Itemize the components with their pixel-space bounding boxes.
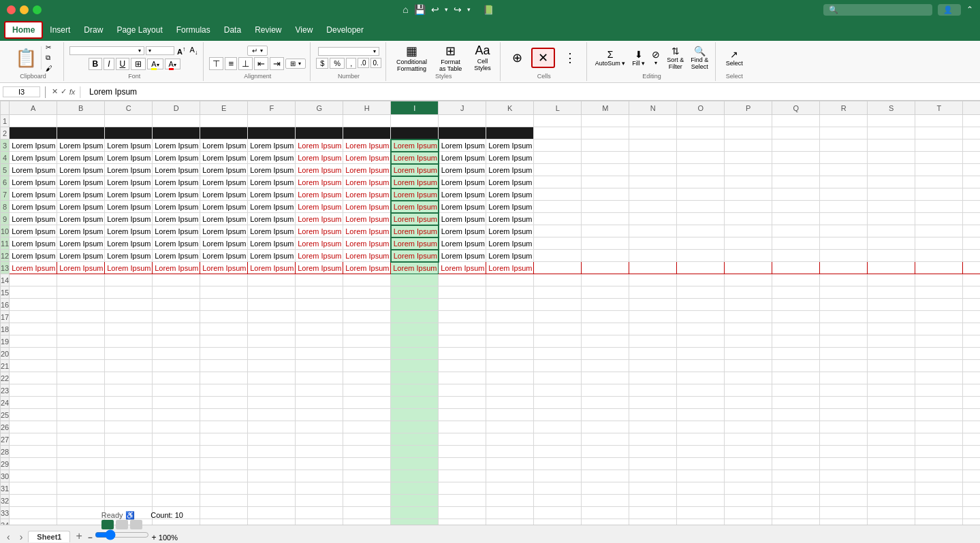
cell-H27[interactable]	[343, 433, 391, 446]
cell-C15[interactable]	[105, 286, 153, 299]
cell-F19[interactable]	[248, 335, 296, 348]
cell-K24[interactable]	[486, 397, 534, 409]
cell-U13[interactable]	[963, 262, 980, 274]
cell-J19[interactable]	[439, 335, 486, 348]
cell-H31[interactable]	[343, 482, 391, 495]
minimize-button[interactable]	[20, 5, 29, 14]
cell-B13[interactable]: Lorem Ipsum	[57, 262, 105, 274]
cell-K30[interactable]	[486, 470, 534, 482]
cell-M8[interactable]	[582, 201, 629, 213]
cell-S30[interactable]	[868, 470, 915, 482]
cell-Q19[interactable]	[772, 335, 820, 348]
cell-F4[interactable]: Lorem Ipsum	[248, 152, 296, 164]
cell-E22[interactable]	[200, 372, 248, 384]
cell-C17[interactable]	[105, 311, 153, 323]
cell-S32[interactable]	[868, 495, 915, 507]
row-header-14[interactable]: 14	[1, 274, 10, 286]
col-header-U[interactable]: U	[963, 101, 980, 115]
cell-N13[interactable]	[629, 262, 677, 274]
cell-Q11[interactable]	[772, 237, 820, 250]
cell-P14[interactable]	[725, 274, 772, 286]
col-header-N[interactable]: N	[629, 101, 677, 115]
cell-Q3[interactable]	[772, 139, 820, 152]
col-header-P[interactable]: P	[725, 101, 772, 115]
cell-H26[interactable]	[343, 421, 391, 433]
cell-U22[interactable]	[963, 372, 980, 384]
col-header-O[interactable]: O	[677, 101, 725, 115]
formula-confirm-button[interactable]: ✓	[61, 87, 67, 96]
indent-decrease-button[interactable]: ⇤	[254, 57, 268, 70]
cell-F10[interactable]: Lorem Ipsum	[248, 225, 296, 237]
scroll-left-tab-button[interactable]: ‹	[3, 531, 14, 542]
cell-P19[interactable]	[725, 335, 772, 348]
col-header-D[interactable]: D	[153, 101, 200, 115]
cell-M7[interactable]	[582, 188, 629, 201]
cell-Q6[interactable]	[772, 176, 820, 188]
cell-P16[interactable]	[725, 299, 772, 311]
cell-O2[interactable]	[677, 127, 725, 139]
cell-T2[interactable]	[915, 127, 963, 139]
cell-N19[interactable]	[629, 335, 677, 348]
cell-J9[interactable]: Lorem Ipsum	[439, 213, 486, 225]
cell-G7[interactable]: Lorem Ipsum	[296, 188, 343, 201]
cell-U24[interactable]	[963, 397, 980, 409]
cell-C7[interactable]: Lorem Ipsum	[105, 188, 153, 201]
border-button[interactable]: ⊞	[131, 58, 146, 70]
cell-H11[interactable]: Lorem Ipsum	[343, 237, 391, 250]
cell-O30[interactable]	[677, 470, 725, 482]
cell-L21[interactable]	[534, 360, 582, 372]
cell-S8[interactable]	[868, 201, 915, 213]
cell-D26[interactable]	[153, 421, 200, 433]
cell-E21[interactable]	[200, 360, 248, 372]
cell-I16[interactable]	[391, 299, 439, 311]
cell-M23[interactable]	[582, 384, 629, 397]
cell-G10[interactable]: Lorem Ipsum	[296, 225, 343, 237]
cell-U4[interactable]	[963, 152, 980, 164]
cell-N7[interactable]	[629, 188, 677, 201]
cell-S31[interactable]	[868, 482, 915, 495]
col-header-E[interactable]: E	[200, 101, 248, 115]
cell-Q4[interactable]	[772, 152, 820, 164]
cell-E3[interactable]: Lorem Ipsum	[200, 139, 248, 152]
cell-K3[interactable]: Lorem Ipsum	[486, 139, 534, 152]
cell-P26[interactable]	[725, 421, 772, 433]
cell-M28[interactable]	[582, 446, 629, 458]
cell-E2[interactable]	[200, 127, 248, 139]
cell-N2[interactable]	[629, 127, 677, 139]
cell-R21[interactable]	[820, 360, 868, 372]
cell-N5[interactable]	[629, 164, 677, 176]
comma-button[interactable]: ,	[346, 58, 356, 69]
cell-R28[interactable]	[820, 446, 868, 458]
cell-L4[interactable]	[534, 152, 582, 164]
cell-O6[interactable]	[677, 176, 725, 188]
cell-N10[interactable]	[629, 225, 677, 237]
cell-B3[interactable]: Lorem Ipsum	[57, 139, 105, 152]
cell-C1[interactable]	[105, 115, 153, 127]
cell-Q18[interactable]	[772, 323, 820, 335]
page-break-button[interactable]	[130, 520, 142, 529]
cell-P8[interactable]	[725, 201, 772, 213]
cell-T9[interactable]	[915, 213, 963, 225]
cell-P5[interactable]	[725, 164, 772, 176]
cell-O12[interactable]	[677, 250, 725, 262]
cell-M16[interactable]	[582, 299, 629, 311]
cell-H24[interactable]	[343, 397, 391, 409]
cell-T23[interactable]	[915, 384, 963, 397]
cell-B19[interactable]	[57, 335, 105, 348]
cell-M18[interactable]	[582, 323, 629, 335]
cell-G31[interactable]	[296, 482, 343, 495]
cell-B25[interactable]	[57, 409, 105, 421]
cell-G15[interactable]	[296, 286, 343, 299]
cell-I21[interactable]	[391, 360, 439, 372]
cell-A11[interactable]: Lorem Ipsum	[10, 237, 57, 250]
row-header-16[interactable]: 16	[1, 299, 10, 311]
nav-developer[interactable]: Developer	[319, 22, 370, 37]
cell-H15[interactable]	[343, 286, 391, 299]
cell-D9[interactable]: Lorem Ipsum	[153, 213, 200, 225]
cell-J11[interactable]: Lorem Ipsum	[439, 237, 486, 250]
cell-R29[interactable]	[820, 458, 868, 470]
fill-button[interactable]: ⬇ Fill ▾	[629, 48, 648, 68]
cell-U26[interactable]	[963, 421, 980, 433]
cell-S18[interactable]	[868, 323, 915, 335]
increase-font-button[interactable]: A↑	[176, 45, 187, 56]
